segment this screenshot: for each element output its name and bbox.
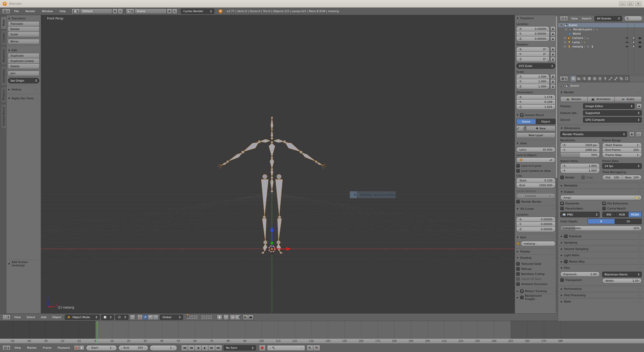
lock-button[interactable] xyxy=(550,47,555,52)
layer-toggle[interactable] xyxy=(196,317,198,320)
duplicate-button[interactable]: Duplicate xyxy=(8,53,39,58)
editor-type-button[interactable] xyxy=(2,345,11,350)
border-checkbox[interactable] xyxy=(560,176,564,179)
translate-manipulator[interactable] xyxy=(270,226,292,251)
folder-icon[interactable] xyxy=(635,196,638,199)
render-layers-tab-icon[interactable] xyxy=(576,76,581,82)
object-menu[interactable]: Object xyxy=(50,316,63,319)
rotate-manipulator-toggle[interactable] xyxy=(148,315,153,320)
lock-button[interactable] xyxy=(637,104,642,109)
matcap-checkbox[interactable] xyxy=(516,267,520,271)
aspect-x-field[interactable]: X:1.000 xyxy=(560,163,600,168)
panel-grip-icon[interactable]: :::: xyxy=(637,294,642,296)
resolution-y-field[interactable]: Y:1080 px xyxy=(560,148,600,153)
minimize-button[interactable]: — xyxy=(619,1,626,6)
timeline-ruler[interactable]: -50-40-30-20-100102030405060708090100110… xyxy=(0,339,644,344)
gp-scene-toggle[interactable]: Scene xyxy=(516,119,536,124)
panel-header-transform-n[interactable]: ▼Transform:::: xyxy=(516,15,555,21)
previous-keyframe-button[interactable]: ◀◀ xyxy=(188,345,195,351)
object-data-tab-icon[interactable] xyxy=(603,76,608,82)
translate-button[interactable]: Translate xyxy=(8,21,39,27)
panel-header-dimensions[interactable]: ▼Dimensions:::: xyxy=(560,125,642,131)
snap-toggle[interactable] xyxy=(230,315,235,320)
remove-preset-button[interactable]: − xyxy=(636,132,642,137)
tab-create[interactable]: Create xyxy=(1,30,7,45)
panel-grip-icon[interactable]: :::: xyxy=(551,296,555,299)
panel-header-3d-cursor[interactable]: ▼3D Cursor:::: xyxy=(516,206,555,212)
panel-grip-icon[interactable]: :::: xyxy=(35,97,39,100)
panel-grip-icon[interactable]: :::: xyxy=(551,207,555,210)
panel-grip-icon[interactable]: :::: xyxy=(551,142,555,145)
outliner-row-scene[interactable]: − Scene xyxy=(558,23,644,27)
npanel-scrollbar[interactable] xyxy=(556,16,557,313)
mode-select[interactable]: Object Mode xyxy=(65,315,100,320)
pixel-filter-select[interactable]: Blackman-Harris xyxy=(602,272,642,277)
timeline-view-menu[interactable]: View xyxy=(12,346,23,349)
tab-animation[interactable]: Animation xyxy=(1,66,7,86)
screen-layout-field[interactable]: Default xyxy=(80,9,112,14)
panel-grip-icon[interactable]: :::: xyxy=(637,184,642,187)
panel-grip-icon[interactable]: :::: xyxy=(35,17,39,20)
rotation-mode-select[interactable]: XYZ Euler xyxy=(516,63,555,69)
gp-new-button[interactable]: ✚New xyxy=(526,126,555,131)
pivot-align-toggle[interactable] xyxy=(130,315,135,320)
panel-header-metadata[interactable]: ▶Metadata:::: xyxy=(560,183,642,188)
gp-draw-mode-button[interactable] xyxy=(516,126,525,131)
panel-header-freestyle[interactable]: ▶Freestyle:::: xyxy=(560,233,642,239)
translate-manipulator-toggle[interactable] xyxy=(143,315,148,320)
panel-grip-icon[interactable]: :::: xyxy=(551,256,555,259)
clip-start-field[interactable]: Start:0.100 xyxy=(516,178,555,183)
menu-help[interactable]: Help xyxy=(57,8,69,15)
outliner-search-input[interactable] xyxy=(624,16,642,21)
rotate-button[interactable]: Rotate xyxy=(8,27,39,32)
rotation-y-field[interactable]: Y:0° xyxy=(516,52,549,57)
textured-solid-checkbox[interactable] xyxy=(516,262,520,266)
gp-object-toggle[interactable]: Object xyxy=(536,119,555,124)
panel-header-post-processing[interactable]: ▶Post Processing:::: xyxy=(560,292,642,298)
cursor-y-field[interactable]: Y:0.00000 xyxy=(516,222,555,227)
visibility-eye-icon[interactable] xyxy=(625,36,629,40)
add-layout-button[interactable]: ✚ xyxy=(112,9,118,14)
timeline-marker-menu[interactable]: Marker xyxy=(25,346,39,349)
rgba-toggle[interactable]: RGBA xyxy=(629,212,642,217)
cursor-x-field[interactable]: X:0.00000 xyxy=(516,217,555,222)
device-select[interactable]: GPU Compute xyxy=(583,117,642,123)
render-presets-select[interactable]: Render Presets xyxy=(560,131,627,137)
output-path-field[interactable]: /tmp\ xyxy=(560,195,642,200)
panel-grip-icon[interactable]: :::: xyxy=(637,248,642,250)
panel-grip-icon[interactable]: :::: xyxy=(637,241,642,244)
filter-width-field[interactable]: Width:1.50 xyxy=(602,278,642,283)
render-tab-icon[interactable] xyxy=(571,76,576,82)
panel-header-transform[interactable]: ▼Transform:::: xyxy=(8,16,39,21)
proportional-edit-toggle[interactable] xyxy=(223,315,229,320)
lens-field[interactable]: Lens:35.000 xyxy=(516,147,555,152)
location-x-field[interactable]: X:0.00000 xyxy=(516,26,549,31)
maximize-button[interactable]: ▢ xyxy=(627,1,634,6)
panel-header-sampling[interactable]: ▶Sampling:::: xyxy=(560,240,642,245)
ambient-occlusion-checkbox[interactable] xyxy=(516,282,520,286)
panel-grip-icon[interactable]: :::: xyxy=(637,267,642,269)
next-keyframe-button[interactable]: ▶▶ xyxy=(208,345,215,351)
visibility-eye-icon[interactable] xyxy=(625,41,629,44)
dim-z-field[interactable]: Z:1.935 xyxy=(516,105,555,110)
time-remap-old-field[interactable]: Old:100 xyxy=(602,175,622,180)
timeline-frame-menu[interactable]: Frame xyxy=(40,346,54,349)
lock-button[interactable] xyxy=(550,26,555,31)
file-format-select[interactable]: PNG xyxy=(560,212,600,217)
outliner-row-renderlayers[interactable]: + RenderLayers| xyxy=(558,27,644,32)
panel-grip-icon[interactable]: :::: xyxy=(637,288,642,290)
snap-element-select[interactable] xyxy=(235,315,241,320)
renderability-camera-icon[interactable] xyxy=(638,41,642,44)
bw-toggle[interactable]: BW xyxy=(602,212,616,217)
duplicate-linked-button[interactable]: Duplicate Linked xyxy=(8,58,39,64)
outliner-row-metarig[interactable]: + metarig| xyxy=(558,44,644,49)
panel-header-bake[interactable]: ▶Bake:::: xyxy=(560,299,642,304)
panel-header-grease-pencil[interactable]: ▼Grease Pencil:::: xyxy=(516,112,555,118)
lock-button[interactable] xyxy=(550,74,555,79)
outliner-row-camera[interactable]: + Camera| xyxy=(558,36,644,40)
lock-button[interactable] xyxy=(550,57,555,62)
panel-header-light-paths[interactable]: ▶Light Paths:::: xyxy=(560,252,642,258)
panel-header-history[interactable]: ▶History:::: xyxy=(8,87,39,92)
transparent-checkbox[interactable] xyxy=(560,278,564,282)
panel-header-background-images[interactable]: ▶Background Images:::: xyxy=(516,295,555,300)
